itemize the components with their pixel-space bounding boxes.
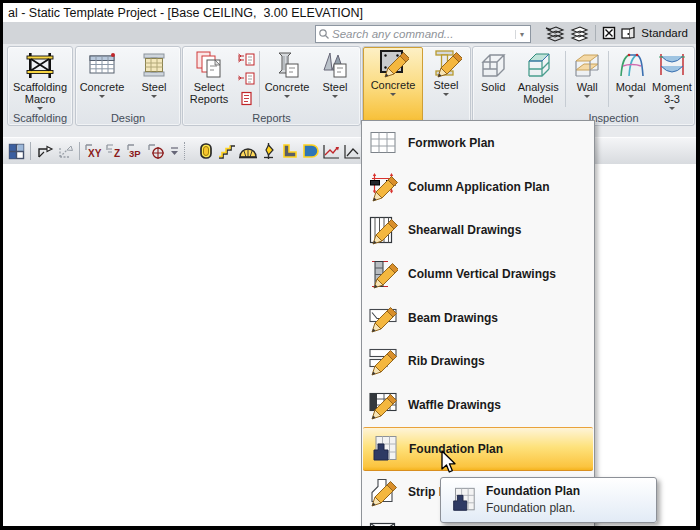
separator [259, 51, 260, 107]
polyline-tool-icon[interactable] [342, 141, 363, 162]
layers-forward-icon[interactable] [545, 25, 565, 42]
ribbon-group-design: Concrete Steel Design [75, 46, 181, 126]
search-icon [318, 28, 330, 40]
foundation-plan-icon [369, 434, 399, 464]
column-vertical-drawings-icon [368, 259, 398, 289]
svg-text:Z: Z [114, 148, 120, 159]
select-reports-icon [193, 49, 225, 81]
design-concrete-button[interactable]: Concrete [76, 47, 128, 111]
corner-tool-icon[interactable] [279, 141, 300, 162]
command-search-box[interactable]: ▾ [315, 25, 531, 43]
scaffolding-macro-button[interactable]: Scaffolding Macro [8, 47, 72, 111]
window-title: al - Static Template Project - [Base CEI… [8, 6, 363, 20]
import-reports-icon[interactable] [237, 52, 255, 67]
column-application-plan-icon [368, 172, 398, 202]
shearwall-drawings-icon [368, 215, 398, 245]
svg-text:3P: 3P [129, 148, 141, 159]
reports-concrete-button[interactable]: Concrete [262, 47, 312, 111]
ribbon-group-drawings: Concrete Steel [362, 46, 471, 126]
dropdown-arrow-icon [284, 95, 290, 98]
mouse-cursor-icon [437, 449, 461, 475]
profile-tool-icon[interactable] [321, 141, 342, 162]
wall-button[interactable]: Wall [568, 47, 607, 111]
separator [595, 25, 596, 41]
tooltip-title: Foundation Plan [486, 484, 580, 498]
dropdown-arrow-icon [584, 95, 590, 98]
dropdown-arrow-icon [99, 95, 105, 98]
overflow-chevron-icon[interactable] [167, 141, 181, 162]
drawings-concrete-button[interactable]: Concrete [363, 47, 423, 123]
menu-item-waffle-drawings[interactable]: Waffle Drawings [362, 383, 594, 427]
layers-icon[interactable] [569, 25, 589, 42]
quick-access-strip: ▾ Standard [3, 22, 696, 45]
scaffolding-icon [24, 49, 56, 81]
dropdown-arrow-icon [37, 107, 43, 110]
coordinate-z-icon[interactable]: Z [104, 141, 125, 162]
menu-item-beam-drawings[interactable]: Beam Drawings [362, 296, 594, 340]
dropdown-arrow-icon [628, 95, 634, 98]
append-report-icon[interactable] [237, 71, 255, 86]
crossed-panel-icon [368, 521, 398, 529]
strip-foundation-icon [368, 477, 398, 507]
modal-button[interactable]: Modal [611, 47, 650, 111]
dropdown-arrow-icon [669, 107, 675, 110]
search-input[interactable] [330, 27, 515, 41]
solid-button[interactable]: Solid [473, 47, 513, 111]
dome-tool-icon[interactable] [237, 141, 258, 162]
pin-tool-icon[interactable] [258, 141, 279, 162]
separator [565, 51, 566, 107]
moment-3-3-button[interactable]: Moment 3-3 [650, 47, 694, 111]
waffle-drawings-icon [368, 390, 398, 420]
wall-inspection-icon [570, 49, 604, 81]
select-reports-button[interactable]: Select Reports [183, 47, 235, 111]
group-label: Scaffolding [8, 112, 72, 124]
separator [30, 142, 31, 160]
column-tool-icon[interactable] [195, 141, 216, 162]
door-open-icon[interactable] [620, 26, 635, 40]
foundation-plan-icon [449, 486, 477, 514]
dropdown-arrow-icon [390, 93, 396, 96]
region-tool-icon[interactable] [300, 141, 321, 162]
reports-steel-button[interactable]: Steel [312, 47, 358, 111]
dropdown-arrow-icon [443, 93, 449, 96]
menu-item-shearwall-drawings[interactable]: Shearwall Drawings [362, 208, 594, 252]
window-title-bar: al - Static Template Project - [Base CEI… [3, 3, 696, 22]
coordinate-xy-icon[interactable]: XY [83, 141, 104, 162]
formwork-plan-icon [368, 128, 398, 158]
ribbon-group-scaffolding: Scaffolding Macro Scaffolding [7, 46, 73, 126]
search-dropdown-arrow-icon[interactable]: ▾ [515, 30, 528, 39]
tooltip-description: Foundation plan. [486, 501, 575, 515]
menu-item-foundation-plan[interactable]: Foundation Plan [363, 427, 593, 471]
menu-item-formwork-plan[interactable]: Formwork Plan [362, 121, 594, 165]
coordinate-polar-icon[interactable] [146, 141, 167, 162]
concrete-table-icon [86, 49, 118, 81]
separator [608, 51, 609, 107]
dropdown-arrow-icon [151, 95, 157, 98]
drawings-steel-button[interactable]: Steel [423, 47, 469, 123]
group-label: Reports [183, 112, 360, 124]
beam-drawings-icon [368, 303, 398, 333]
foundation-plan-tooltip: Foundation Plan Foundation plan. [440, 477, 657, 523]
menu-item-column-vertical-drawings[interactable]: Column Vertical Drawings [362, 252, 594, 296]
separator [79, 142, 80, 160]
steel-report-icon [319, 49, 351, 81]
ribbon-group-reports: Select Reports [182, 46, 361, 126]
menu-item-rib-drawings[interactable]: Rib Drawings [362, 339, 594, 383]
moment-diagram-icon [655, 49, 689, 81]
report-document-icon[interactable] [237, 91, 255, 106]
concrete-column-report-icon [271, 49, 303, 81]
analysis-model-icon [521, 49, 555, 81]
close-box-icon[interactable] [602, 26, 616, 40]
solid-model-icon [476, 49, 510, 81]
steel-table-icon [138, 49, 170, 81]
window-panes-icon[interactable] [6, 141, 27, 162]
design-steel-button[interactable]: Steel [128, 47, 180, 111]
menu-item-column-application-plan[interactable]: Column Application Plan [362, 165, 594, 209]
analysis-model-button[interactable]: Analysis Model [513, 47, 563, 111]
coordinate-3p-icon[interactable]: 3P [125, 141, 146, 162]
active-profile-label[interactable]: Standard [639, 27, 688, 39]
stairs-tool-icon[interactable] [216, 141, 237, 162]
toolbar-grip[interactable] [184, 142, 192, 160]
ucs-previous-icon[interactable] [55, 141, 76, 162]
ucs-rotate-icon[interactable] [34, 141, 55, 162]
